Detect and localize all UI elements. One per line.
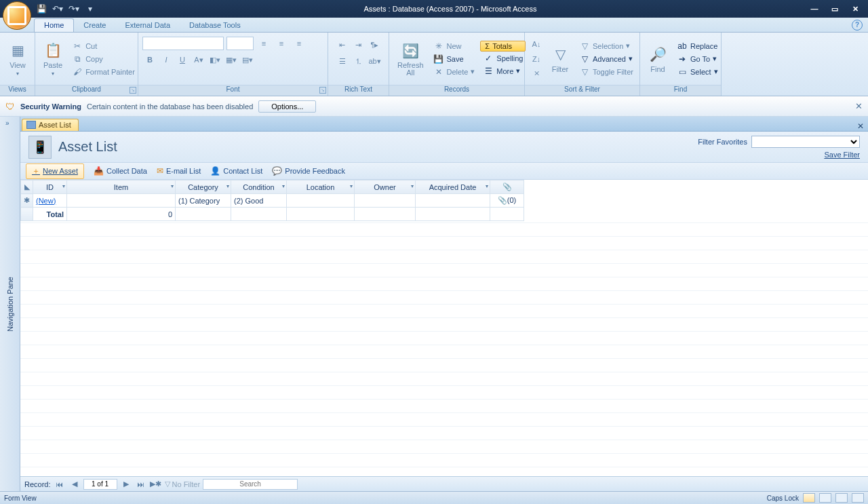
maximize-button[interactable]: ▭ — [825, 3, 845, 15]
fill-color-button[interactable]: ◧▾ — [208, 53, 222, 66]
office-button[interactable] — [3, 1, 31, 30]
nav-new-icon[interactable]: ▶✱ — [150, 479, 162, 490]
font-launcher-icon[interactable]: ↘ — [319, 87, 326, 94]
no-filter-indicator[interactable]: ▽No Filter — [165, 480, 201, 488]
cut-button[interactable]: ✂Cut — [69, 40, 138, 52]
records-save-button[interactable]: 💾Save — [431, 53, 478, 65]
datasheet-grid[interactable]: ◣ ID▾ Item▾ Category▾ Condition▾ Locatio… — [20, 180, 868, 476]
font-color-button[interactable]: A▾ — [191, 53, 206, 66]
filter-button[interactable]: ▽Filter — [547, 43, 574, 75]
bullets-button[interactable]: ☰ — [335, 54, 350, 68]
chevron-down-icon[interactable]: ▾ — [62, 183, 65, 189]
selection-button[interactable]: ▽Selection▾ — [576, 40, 636, 52]
totals-button[interactable]: ΣTotals — [480, 41, 526, 52]
tab-home[interactable]: Home — [34, 18, 74, 32]
table-row-new[interactable]: ✱ (New) (1) Category (2) Good 📎(0) — [21, 194, 524, 208]
cell-attachments[interactable]: 📎(0) — [490, 194, 524, 208]
cell-acquired[interactable] — [416, 194, 490, 208]
collect-data-button[interactable]: 📥Collect Data — [94, 166, 147, 176]
decrease-indent-button[interactable]: ⇤ — [335, 38, 350, 52]
nav-first-icon[interactable]: ⏮ — [54, 479, 66, 490]
cell-condition[interactable]: (2) Good — [231, 194, 287, 208]
replace-button[interactable]: abReplace — [674, 40, 721, 52]
align-center-button[interactable]: ≡ — [274, 37, 289, 50]
italic-button[interactable]: I — [159, 53, 174, 66]
cell-id-new[interactable]: (New) — [33, 194, 67, 208]
chevron-down-icon[interactable]: ▾ — [282, 183, 285, 189]
chevron-down-icon[interactable]: ▾ — [171, 183, 174, 189]
filter-favorites-combo[interactable] — [751, 136, 860, 148]
record-search-input[interactable] — [203, 479, 298, 490]
col-condition[interactable]: Condition▾ — [231, 180, 287, 194]
row-selector[interactable] — [21, 208, 33, 221]
new-button[interactable]: ✳New — [431, 40, 478, 52]
minimize-button[interactable]: — — [804, 3, 825, 15]
cell-owner[interactable] — [355, 194, 416, 208]
font-size-input[interactable] — [226, 37, 254, 50]
document-tab-close-icon[interactable]: ✕ — [857, 121, 864, 131]
ltr-button[interactable]: ¶▸ — [368, 38, 382, 52]
align-right-button[interactable]: ≡ — [292, 37, 307, 50]
advanced-button[interactable]: ▽Advanced▾ — [576, 53, 636, 65]
sort-asc-button[interactable]: A↓ — [529, 37, 544, 51]
highlight-button[interactable]: ab▾ — [368, 54, 382, 68]
view-datasheet-button[interactable] — [819, 493, 831, 503]
navpane-expand-icon[interactable]: » — [5, 119, 9, 127]
tab-create[interactable]: Create — [74, 19, 115, 32]
col-owner[interactable]: Owner▾ — [355, 180, 416, 194]
nav-prev-icon[interactable]: ◀ — [68, 479, 81, 490]
toggle-filter-button[interactable]: ▽Toggle Filter — [576, 66, 636, 78]
chevron-down-icon[interactable]: ▾ — [226, 183, 229, 189]
col-id[interactable]: ID▾ — [33, 180, 67, 194]
save-icon[interactable]: 💾 — [35, 3, 47, 15]
col-category[interactable]: Category▾ — [176, 180, 231, 194]
row-selector-header[interactable]: ◣ — [21, 180, 33, 194]
view-design-button[interactable] — [852, 493, 864, 503]
select-button[interactable]: ▭Select▾ — [674, 66, 721, 78]
new-asset-button[interactable]: ＋New Asset — [26, 163, 84, 179]
help-icon[interactable]: ? — [852, 20, 863, 31]
goto-button[interactable]: ➔Go To▾ — [674, 53, 721, 65]
find-button[interactable]: 🔎Find — [644, 43, 671, 75]
alt-row-button[interactable]: ▤▾ — [240, 53, 255, 66]
cell-category[interactable]: (1) Category — [176, 194, 231, 208]
tab-external-data[interactable]: External Data — [115, 19, 180, 32]
sort-desc-button[interactable]: Z↓ — [529, 52, 544, 66]
provide-feedback-button[interactable]: 💬Provide Feedback — [272, 166, 345, 176]
navigation-pane-collapsed[interactable]: » Navigation Pane — [0, 117, 20, 491]
contact-list-button[interactable]: 👤Contact List — [210, 166, 262, 176]
col-item[interactable]: Item▾ — [67, 180, 176, 194]
col-acquired-date[interactable]: Acquired Date▾ — [416, 180, 490, 194]
document-tab-asset-list[interactable]: Asset List — [22, 119, 79, 131]
format-painter-button[interactable]: 🖌Format Painter — [69, 66, 138, 78]
increase-indent-button[interactable]: ⇥ — [351, 38, 366, 52]
security-close-icon[interactable]: ✕ — [855, 101, 863, 111]
refresh-all-button[interactable]: 🔄 Refresh All — [393, 40, 428, 78]
redo-icon[interactable]: ↷▾ — [68, 3, 80, 15]
delete-button[interactable]: ✕Delete▾ — [431, 66, 478, 78]
align-left-button[interactable]: ≡ — [256, 37, 271, 50]
nav-next-icon[interactable]: ▶ — [120, 479, 132, 490]
chevron-down-icon[interactable]: ▾ — [411, 183, 414, 189]
row-selector[interactable]: ✱ — [21, 194, 33, 208]
tab-database-tools[interactable]: Database Tools — [180, 19, 250, 32]
view-form-button[interactable] — [803, 493, 815, 503]
record-position-input[interactable] — [83, 479, 117, 490]
view-layout-button[interactable] — [835, 493, 848, 503]
qat-customize-icon[interactable]: ▾ — [84, 3, 96, 15]
save-filter-link[interactable]: Save Filter — [824, 151, 860, 159]
view-button[interactable]: ▦ View ▾ — [4, 39, 31, 78]
chevron-down-icon[interactable]: ▾ — [486, 183, 488, 189]
security-options-button[interactable]: Options... — [258, 100, 316, 113]
cell-item[interactable] — [67, 194, 176, 208]
chevron-down-icon[interactable]: ▾ — [350, 183, 353, 189]
spelling-button[interactable]: ✓Spelling — [480, 52, 526, 64]
clear-sort-button[interactable]: ⨯ — [529, 67, 544, 81]
font-name-input[interactable] — [142, 37, 224, 50]
bold-button[interactable]: B — [142, 53, 157, 66]
paste-button[interactable]: 📋 Paste ▾ — [39, 39, 66, 78]
undo-icon[interactable]: ↶▾ — [52, 3, 64, 15]
numbering-button[interactable]: ⒈ — [351, 54, 366, 68]
close-button[interactable]: ✕ — [845, 3, 865, 15]
gridlines-button[interactable]: ▦▾ — [224, 53, 239, 66]
